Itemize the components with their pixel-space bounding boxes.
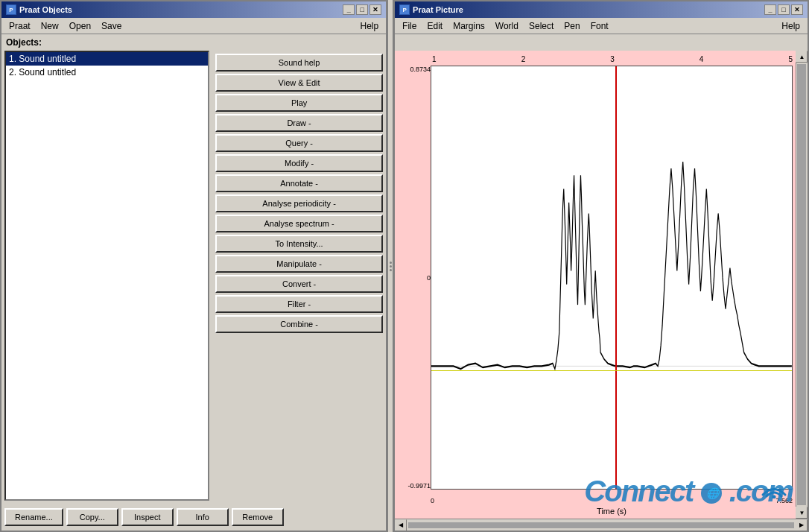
info-btn[interactable]: Info xyxy=(177,508,229,526)
objects-titlebar: P Praat Objects _ □ ✕ xyxy=(1,1,386,18)
rename-btn[interactable]: Rename... xyxy=(4,508,63,526)
tick-2: 2 xyxy=(521,55,526,63)
watermark-globe-svg: 🌐 xyxy=(700,482,723,504)
picture-maximize-btn[interactable]: □ xyxy=(778,4,790,15)
menu-help[interactable]: Help xyxy=(355,20,383,32)
tick-4: 4 xyxy=(699,55,704,63)
picture-titlebar-left: P Praat Picture xyxy=(399,4,463,15)
titlebar-left: P Praat Objects xyxy=(6,4,72,15)
yellow-zero-line xyxy=(431,370,792,371)
praat-objects-window: P Praat Objects _ □ ✕ Praat New Open Sav… xyxy=(0,0,387,532)
svg-point-3 xyxy=(772,495,775,499)
inspect-btn[interactable]: Inspect xyxy=(121,508,174,526)
tick-5: 5 xyxy=(788,55,793,63)
y-zero-label: 0 xyxy=(427,274,431,282)
scroll-down-btn[interactable]: ▼ xyxy=(796,507,808,519)
list-item[interactable]: 1. Sound untitled xyxy=(6,52,208,66)
horizontal-scrollbar[interactable]: ◀ ▶ xyxy=(395,519,808,531)
waveform-svg xyxy=(431,66,792,489)
picture-menu-edit[interactable]: Edit xyxy=(422,20,447,32)
picture-titlebar-controls: _ □ ✕ xyxy=(764,4,803,15)
list-item[interactable]: 2. Sound untitled xyxy=(6,66,208,79)
resize-handle[interactable] xyxy=(387,0,393,532)
bottom-buttons: Rename... Copy... Inspect Info Remove xyxy=(1,504,386,531)
picture-minimize-btn[interactable]: _ xyxy=(764,4,776,15)
to-intensity-btn[interactable]: To Intensity... xyxy=(215,235,383,253)
titlebar-controls: _ □ ✕ xyxy=(343,4,381,15)
convert-btn[interactable]: Convert - xyxy=(215,275,383,293)
picture-menubar: File Edit Margins World Select Pen Font … xyxy=(395,18,808,34)
play-btn[interactable]: Play xyxy=(215,94,383,112)
combine-btn[interactable]: Combine - xyxy=(215,315,383,333)
tick-1: 1 xyxy=(432,55,437,63)
annotate-btn[interactable]: Annotate - xyxy=(215,174,383,192)
app-icon: P xyxy=(6,4,16,15)
menu-praat[interactable]: Praat xyxy=(4,20,35,32)
view-edit-btn[interactable]: View & Edit xyxy=(215,74,383,92)
picture-menu-file[interactable]: File xyxy=(398,20,421,32)
objects-list: 1. Sound untitled 2. Sound untitled xyxy=(4,51,209,501)
analyse-spectrum-btn[interactable]: Analyse spectrum - xyxy=(215,215,383,232)
picture-area: 1 2 3 4 5 0.8734 0 -0.9971 xyxy=(395,34,808,531)
watermark-wifi xyxy=(759,480,789,501)
vertical-scrollbar[interactable]: ▲ ▼ xyxy=(796,51,808,519)
y-max-label: 0.8734 xyxy=(410,66,431,73)
picture-menu-world[interactable]: World xyxy=(491,20,523,32)
filter-btn[interactable]: Filter - xyxy=(215,295,383,313)
watermark-c: C xyxy=(584,475,604,507)
query-btn[interactable]: Query - xyxy=(215,134,383,152)
x-top-ticks: 1 2 3 4 5 xyxy=(432,52,793,66)
scroll-up-btn[interactable]: ▲ xyxy=(796,51,808,63)
objects-label: Objects: xyxy=(1,34,386,51)
scroll-thumb-v[interactable] xyxy=(797,64,806,505)
picture-menu-help[interactable]: Help xyxy=(777,20,805,32)
objects-title: Praat Objects xyxy=(19,5,72,14)
praat-picture-window: P Praat Picture _ □ ✕ File Edit Margins … xyxy=(393,0,809,532)
scroll-right-btn[interactable]: ▶ xyxy=(796,519,808,531)
minimize-btn[interactable]: _ xyxy=(343,4,355,15)
picture-title: Praat Picture xyxy=(413,5,463,14)
sound-help-btn[interactable]: Sound help xyxy=(215,54,383,72)
menu-new[interactable]: New xyxy=(37,20,63,32)
watermark-onnect: onnect xyxy=(604,475,693,507)
manipulate-btn[interactable]: Manipulate - xyxy=(215,255,383,273)
scroll-left-btn[interactable]: ◀ xyxy=(395,519,407,531)
picture-menu-margins[interactable]: Margins xyxy=(448,20,489,32)
draw-btn[interactable]: Draw - xyxy=(215,114,383,132)
red-cursor-line xyxy=(615,66,617,489)
copy-btn[interactable]: Copy... xyxy=(66,508,118,526)
objects-menubar: Praat New Open Save Help xyxy=(1,18,386,34)
y-axis: 0.8734 0 -0.9971 xyxy=(396,66,431,490)
picture-menu-font[interactable]: Font xyxy=(586,20,613,32)
picture-menu-pen[interactable]: Pen xyxy=(559,20,584,32)
maximize-btn[interactable]: □ xyxy=(356,4,368,15)
x-start-label: 0 xyxy=(431,497,434,504)
remove-btn[interactable]: Remove xyxy=(232,508,284,526)
picture-titlebar: P Praat Picture _ □ ✕ xyxy=(395,1,808,18)
main-content: 1. Sound untitled 2. Sound untitled Soun… xyxy=(1,51,386,504)
graph-area xyxy=(431,66,793,490)
menu-open[interactable]: Open xyxy=(65,20,95,32)
buttons-panel: Sound help View & Edit Play Draw - Query… xyxy=(212,51,386,504)
picture-close-btn[interactable]: ✕ xyxy=(791,4,803,15)
y-min-label: -0.9971 xyxy=(408,482,431,490)
picture-app-icon: P xyxy=(399,4,410,15)
modify-btn[interactable]: Modify - xyxy=(215,154,383,172)
tick-3: 3 xyxy=(610,55,615,63)
close-btn[interactable]: ✕ xyxy=(369,4,381,15)
picture-menu-select[interactable]: Select xyxy=(524,20,558,32)
menu-save[interactable]: Save xyxy=(97,20,126,32)
analyse-periodicity-btn[interactable]: Analyse periodicity - xyxy=(215,194,383,212)
scroll-thumb-h[interactable] xyxy=(408,522,794,528)
